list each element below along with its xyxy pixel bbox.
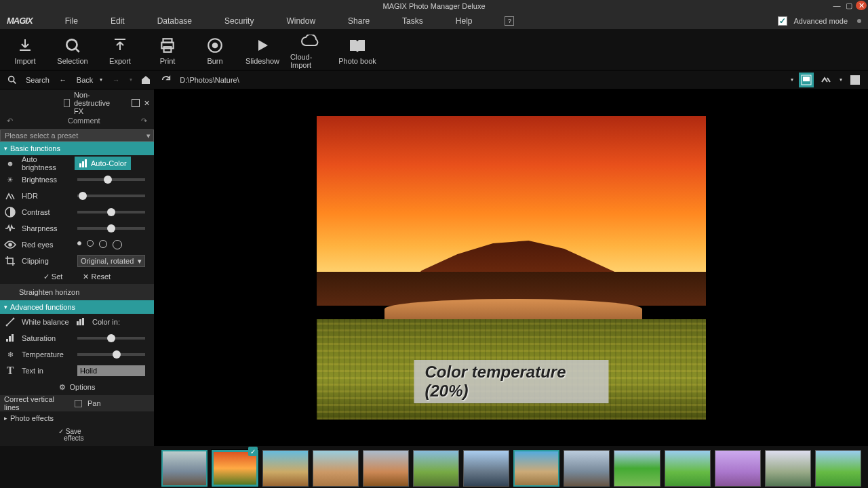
red-eyes-size-selector[interactable]: [77, 240, 122, 249]
svg-rect-16: [82, 318, 84, 325]
nav-dropdown-icon[interactable]: ▾: [791, 77, 793, 83]
thumbnail-6[interactable]: [413, 450, 459, 487]
saturation-icon: [4, 332, 16, 344]
svg-rect-9: [79, 163, 81, 167]
red-eyes-label: Red eyes: [22, 241, 72, 249]
straighten-horizon-button[interactable]: Straighten horizon: [19, 288, 79, 296]
export-button[interactable]: Export: [100, 31, 140, 69]
thumbnail-4[interactable]: [313, 450, 359, 487]
thumbnail-10[interactable]: [614, 450, 660, 487]
advanced-mode-checkbox[interactable]: [778, 16, 787, 26]
color-in-label[interactable]: Color in:: [92, 318, 120, 326]
sharpness-slider[interactable]: [77, 227, 145, 230]
forward-arrow-icon[interactable]: →: [109, 73, 123, 87]
import-button[interactable]: Import: [5, 31, 45, 69]
path-display: D:\Photos\Nature\: [180, 76, 239, 84]
menu-info-icon[interactable]: ?: [505, 16, 514, 26]
view-grid-button[interactable]: [799, 73, 814, 87]
thumbnail-13[interactable]: [765, 450, 811, 487]
search-label[interactable]: Search: [26, 76, 50, 84]
thumbnail-7[interactable]: [463, 450, 509, 487]
thumbnail-5[interactable]: [363, 450, 409, 487]
forward-dropdown-icon[interactable]: ▾: [130, 77, 132, 83]
svg-point-0: [66, 39, 77, 49]
menu-security[interactable]: Security: [224, 16, 254, 26]
contrast-slider[interactable]: [77, 211, 145, 214]
search-icon[interactable]: [5, 73, 19, 87]
refresh-icon[interactable]: [159, 73, 173, 87]
non-destructive-fx-checkbox[interactable]: [64, 99, 70, 107]
back-dropdown-icon[interactable]: ▾: [100, 77, 102, 83]
thumbnail-8[interactable]: [513, 450, 559, 487]
color-in-icon: [75, 316, 87, 328]
redo-icon[interactable]: ↷: [141, 117, 147, 125]
nav-bar: Search ← Back ▾ → ▾ D:\Photos\Nature\ ▾ …: [0, 70, 868, 89]
view-dropdown-icon[interactable]: ▾: [840, 77, 842, 83]
options-button[interactable]: Options: [70, 383, 96, 391]
menu-tasks[interactable]: Tasks: [402, 16, 423, 26]
pan-checkbox[interactable]: [75, 400, 82, 407]
effects-sidebar: Non-destructive FX ✕ Comment ↶ ↷ Please …: [0, 89, 155, 446]
basic-functions-header[interactable]: Basic functions: [0, 142, 154, 155]
auto-color-button[interactable]: Auto-Color: [75, 157, 131, 170]
reset-button[interactable]: ✕ Reset: [83, 272, 111, 281]
thumbnail-3[interactable]: [262, 450, 309, 487]
white-balance-button[interactable]: White balance: [22, 318, 69, 326]
slideshow-button[interactable]: Slideshow: [243, 31, 282, 69]
thumbnail-2[interactable]: ✓: [212, 450, 258, 487]
undo-icon[interactable]: ↶: [7, 117, 13, 125]
save-effects-button[interactable]: ✓ Save effects: [0, 426, 154, 446]
clipping-label: Clipping: [22, 257, 72, 265]
close-panel-icon[interactable]: ✕: [144, 99, 150, 108]
clipping-select[interactable]: Original, rotated: [77, 255, 145, 267]
hdr-slider[interactable]: [77, 195, 145, 197]
text-in-input[interactable]: [77, 365, 145, 376]
svg-rect-10: [82, 161, 84, 167]
saturation-slider[interactable]: [77, 337, 145, 340]
view-toggle-button[interactable]: [819, 73, 834, 87]
set-button[interactable]: ✓ Set: [43, 272, 63, 281]
print-button[interactable]: Print: [148, 31, 187, 69]
cloud-import-button[interactable]: Cloud-Import: [290, 31, 330, 69]
back-label[interactable]: Back: [77, 76, 93, 84]
hdr-label: HDR: [22, 192, 72, 200]
thumbnail-12[interactable]: [715, 450, 761, 487]
advanced-functions-header[interactable]: Advanced functions: [0, 300, 154, 314]
preview-image: Color temperature (20%): [317, 116, 706, 420]
maximize-button[interactable]: ▢: [844, 1, 854, 10]
thumbnail-1[interactable]: [161, 450, 208, 487]
app-title: MAGIX Photo Manager Deluxe: [382, 2, 485, 10]
back-arrow-icon[interactable]: ←: [56, 73, 70, 87]
menu-file[interactable]: File: [65, 16, 78, 26]
close-button[interactable]: ✕: [856, 1, 867, 10]
correct-vertical-lines-button[interactable]: Correct vertical lines: [4, 395, 69, 411]
thumbnail-14[interactable]: [815, 450, 861, 487]
brightness-slider[interactable]: [77, 178, 145, 181]
selection-button[interactable]: Selection: [53, 31, 92, 69]
preset-select[interactable]: Please select a preset: [0, 129, 154, 142]
thumbnail-11[interactable]: [665, 450, 711, 487]
clipping-icon: [4, 255, 16, 267]
home-icon[interactable]: [139, 73, 153, 87]
text-in-label: Text in: [22, 367, 72, 375]
photo-effects-header[interactable]: Photo effects: [0, 411, 154, 425]
hdr-icon: [4, 190, 16, 202]
burn-button[interactable]: Burn: [195, 31, 235, 69]
menu-window[interactable]: Window: [286, 16, 315, 26]
menu-edit[interactable]: Edit: [111, 16, 125, 26]
auto-brightness-icon: ☻: [4, 157, 16, 169]
photobook-button[interactable]: Photo book: [338, 31, 377, 69]
view-single-button[interactable]: [848, 73, 863, 87]
auto-brightness-button[interactable]: Auto brightness: [22, 155, 69, 171]
temperature-slider[interactable]: [77, 353, 145, 356]
menu-database[interactable]: Database: [157, 16, 192, 26]
non-destructive-fx-label: Non-destructive FX: [74, 91, 118, 115]
menu-share[interactable]: Share: [348, 16, 370, 26]
thumbnail-9[interactable]: [564, 450, 610, 487]
menu-bar: MAGIX File Edit Database Security Window…: [0, 12, 868, 30]
maximize-panel-icon[interactable]: [132, 99, 140, 107]
minimize-button[interactable]: —: [831, 1, 842, 10]
app-logo: MAGIX: [7, 16, 33, 26]
canvas-area: Color temperature (20%): [155, 89, 868, 446]
menu-help[interactable]: Help: [456, 16, 473, 26]
